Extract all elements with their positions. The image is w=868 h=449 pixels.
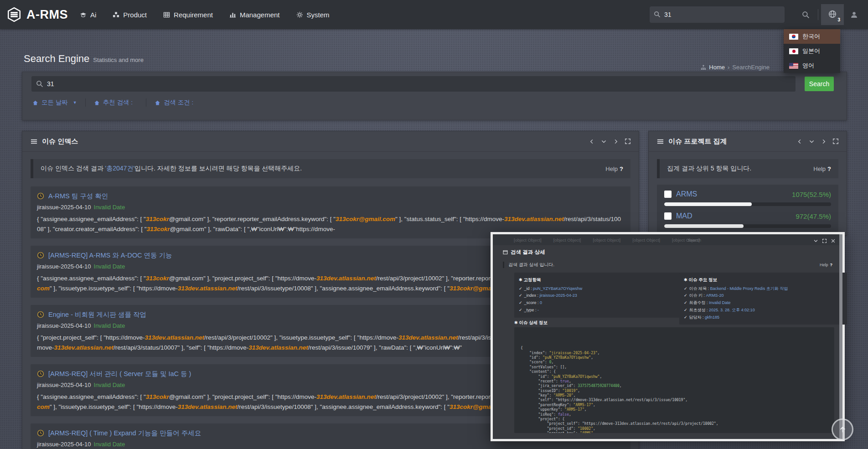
issue-title-link[interactable]: [ARMS-REQ] A-RMS 와 A-DOC 연동 기능 xyxy=(48,250,172,260)
issue-clock-icon xyxy=(37,370,44,377)
language-dropdown: 한국어 일본어 영어 xyxy=(784,29,840,73)
nav-search-input[interactable] xyxy=(650,6,785,23)
chevron-right-icon[interactable] xyxy=(613,139,618,144)
home-icon xyxy=(32,100,38,106)
nav-item-label: Ai xyxy=(90,11,96,19)
ghost-nav-item: [object Object] xyxy=(514,237,542,243)
search-icon xyxy=(36,80,43,88)
nav-item[interactable]: Requirement xyxy=(163,11,213,19)
card-title: ✱ 고정항목 xyxy=(519,276,678,284)
checkbox[interactable] xyxy=(664,212,672,220)
help-link[interactable]: Help? xyxy=(813,165,831,172)
scroll-to-top-button[interactable] xyxy=(832,418,853,440)
field-row: ✓_score : 0 xyxy=(519,299,678,307)
nav-item[interactable]: Product xyxy=(113,11,147,19)
issue-title-link[interactable]: A-RMS 팀 구성 확인 xyxy=(48,191,108,201)
help-link[interactable]: Help? xyxy=(605,165,623,172)
chevron-down-icon[interactable] xyxy=(814,239,818,243)
chevron-left-icon[interactable] xyxy=(797,139,802,144)
code-line: "sortValues": [], xyxy=(521,365,828,370)
modal-summary: 검색 결과 상세 입니다. Help? xyxy=(503,262,832,268)
brand-name: A-RMS xyxy=(26,8,68,22)
issue-invalid-date: Invalid Date xyxy=(94,263,125,270)
field-row: ✓_type : - xyxy=(519,307,678,314)
issue-detail-json: { "index": "jiraissue-2025-04-23", "id":… xyxy=(514,327,834,433)
aggregate-row: ARMS 1075(52.5%) xyxy=(664,190,831,206)
nav-item-icon xyxy=(296,11,303,18)
issue-title-link[interactable]: Engine - 비회원 게시판 샘플 작업 xyxy=(48,310,146,320)
nav-item-icon xyxy=(229,11,236,18)
issue-title-link[interactable]: [ARMS-REQ] 서버 관리 ( Server 모듈 및 IaC 등 ) xyxy=(48,369,191,379)
nav-item[interactable]: System xyxy=(296,11,330,19)
project-label[interactable]: MAD xyxy=(676,212,692,220)
sitemap-icon xyxy=(701,65,706,70)
language-option[interactable]: 한국어 xyxy=(784,29,840,44)
issue-index-date: jiraissue-2025-04-10 xyxy=(37,382,91,388)
nav-item-label: Product xyxy=(123,11,147,19)
filter-label: 검색 조건 : xyxy=(164,98,193,107)
expand-icon[interactable] xyxy=(822,239,827,243)
issue-clock-icon xyxy=(37,192,44,200)
summary-prefix: 이슈 인덱스 검색 결과 xyxy=(41,165,105,172)
search-result-detail-modal: [object Object][object Object][object Ob… xyxy=(491,232,845,441)
main-search-input[interactable] xyxy=(31,76,796,92)
issue-json-preview: { "assignee.assignee_emailAddress": [ "3… xyxy=(37,214,624,234)
check-icon: ✓ xyxy=(519,293,522,298)
progress-fill xyxy=(664,202,752,206)
code-line: "jira_server_id": 3375754875920774400, xyxy=(521,384,828,388)
summary-count: '총2047건' xyxy=(105,165,135,172)
main-search xyxy=(31,76,796,92)
breadcrumb: Home › SearchEngine xyxy=(701,64,770,71)
nav-search-button[interactable] xyxy=(796,6,815,23)
search-filter[interactable]: 추천 검색 : xyxy=(85,98,138,107)
issue-clock-icon xyxy=(37,311,44,318)
language-button[interactable]: 3 xyxy=(821,4,844,25)
page-title-text: Search Engine xyxy=(24,53,89,64)
field-row: ✓담당자 : gkfn185 xyxy=(684,314,842,321)
flag-icon xyxy=(789,34,798,40)
code-line: "self": "https://dmove-313dev.atlassian.… xyxy=(521,398,828,403)
search-button[interactable]: Search xyxy=(805,77,834,91)
help-link[interactable]: Help? xyxy=(820,263,832,267)
nav-item[interactable]: Ai xyxy=(80,11,96,19)
expand-icon[interactable] xyxy=(625,139,630,144)
chevron-right-icon[interactable] xyxy=(821,139,826,144)
nav-item[interactable]: Management xyxy=(229,11,280,19)
search-filters: 모든 날짜 ▼ 추천 검색 : 검색 조건 : xyxy=(32,98,198,107)
check-icon: ✓ xyxy=(519,286,522,291)
panel-controls xyxy=(797,139,838,144)
chevron-down-icon[interactable] xyxy=(809,139,814,144)
breadcrumb-home[interactable]: Home xyxy=(709,64,725,71)
chevron-down-icon[interactable] xyxy=(601,139,606,144)
field-row: ✓이슈 제목 : Backend - Middle Proxy Redis 초기… xyxy=(684,285,842,293)
close-icon[interactable] xyxy=(831,239,835,243)
progress-track xyxy=(664,224,831,228)
language-option[interactable]: 일본어 xyxy=(784,44,840,58)
panel-title: 이슈 프로젝트 집계 xyxy=(668,137,727,146)
fixed-fields-list: ✓_id : puN_YZYBaKa7OYiqwshw✓_index : jir… xyxy=(519,285,678,314)
code-line: "project": { xyxy=(521,417,828,422)
checkbox[interactable] xyxy=(664,191,672,198)
ghost-search-label: Search xyxy=(687,237,701,243)
page-subtitle: Statistics and more xyxy=(93,57,144,63)
code-line: "upperKey": "ARMS-17", xyxy=(521,408,828,412)
issue-title-link[interactable]: [ARMS-REQ] ( Time ) Expand 기능을 만들어 주세요 xyxy=(48,428,201,438)
user-button[interactable] xyxy=(844,6,861,23)
check-icon: ✓ xyxy=(519,308,522,312)
nav-item-label: System xyxy=(307,11,330,19)
language-label: 일본어 xyxy=(802,47,820,55)
issue-clock-icon xyxy=(37,429,44,437)
expand-icon[interactable] xyxy=(833,139,838,144)
check-icon: ✓ xyxy=(684,286,687,291)
project-label[interactable]: ARMS xyxy=(676,190,697,198)
search-panel: Search 모든 날짜 ▼ 추천 검색 : 검색 조건 : xyxy=(22,72,847,120)
search-filter[interactable]: 모든 날짜 ▼ xyxy=(32,98,77,107)
field-row: ✓최초생성 : 2025. 3. 28. 오후 4:02:10 xyxy=(684,307,842,314)
issue-index-date: jiraissue-2025-04-10 xyxy=(37,441,91,448)
issue-list-item: A-RMS 팀 구성 확인 jiraissue-2025-04-10Invali… xyxy=(31,186,630,238)
nav-right: 3 xyxy=(650,4,868,25)
chevron-left-icon[interactable] xyxy=(589,139,594,144)
app-logo[interactable]: A-RMS xyxy=(0,7,80,22)
language-option[interactable]: 영어 xyxy=(784,58,840,73)
search-filter[interactable]: 검색 조건 : xyxy=(146,98,198,107)
